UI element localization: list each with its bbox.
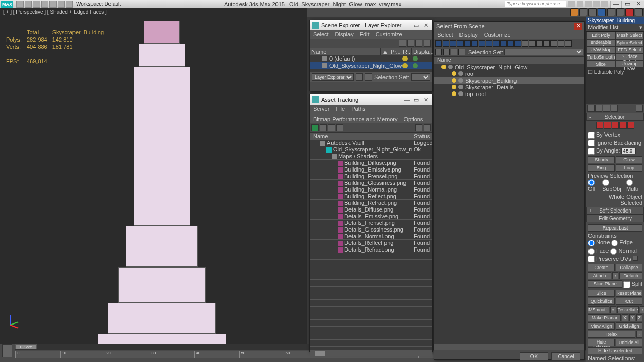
- scene-node[interactable]: Skyscraper_Details: [434, 84, 584, 90]
- menu-item[interactable]: Display: [459, 32, 478, 38]
- viewport-label[interactable]: [ + ] [ Perspective ] [ Shaded + Edged F…: [3, 9, 107, 15]
- filter-icon[interactable]: [550, 40, 557, 47]
- filter-icon[interactable]: [443, 40, 449, 47]
- constraint-normal-radio[interactable]: Normal: [610, 247, 636, 255]
- infocenter-icon[interactable]: [568, 1, 575, 7]
- toolbar-icon[interactable]: [607, 8, 615, 16]
- toolbar-icon[interactable]: [435, 49, 442, 55]
- collapse-button[interactable]: Collapse: [616, 264, 642, 271]
- minimize-button[interactable]: —: [402, 22, 412, 28]
- tessellate-button[interactable]: Tessellate: [617, 306, 639, 313]
- toolbar-icon[interactable]: [579, 8, 587, 16]
- filter-icon[interactable]: [529, 40, 536, 47]
- asset-row[interactable]: Details_Emissive.pngFound: [310, 213, 432, 220]
- reset-plane-button[interactable]: Reset Plane: [616, 290, 642, 297]
- polygon-level-icon[interactable]: [619, 122, 627, 129]
- asset-row[interactable]: Details_Normal.pngFound: [310, 233, 432, 240]
- constraint-face-radio[interactable]: Face: [588, 247, 609, 255]
- time-slider-thumb[interactable]: 0 / 225: [15, 344, 37, 349]
- menu-item[interactable]: Display: [335, 31, 354, 37]
- toolbar-icon[interactable]: [424, 40, 431, 47]
- asset-row[interactable]: Details_Reflect.pngFound: [310, 240, 432, 246]
- maximize-button[interactable]: ▭: [412, 97, 421, 103]
- remove-modifier-icon[interactable]: [611, 105, 618, 112]
- menu-item[interactable]: Select: [313, 31, 329, 37]
- filter-icon[interactable]: [500, 40, 507, 47]
- help-icon[interactable]: [601, 1, 608, 7]
- ok-button[interactable]: OK: [520, 352, 548, 360]
- layer-tree[interactable]: 0 (default)Old_Skyscraper_Night_Glow: [310, 55, 432, 72]
- filter-icon[interactable]: [450, 40, 456, 47]
- scene-tree[interactable]: Old_Skyscraper_Night_GlowroofSkyscraper_…: [434, 64, 584, 344]
- asset-row[interactable]: Building_Diffuse.pngFound: [310, 160, 432, 166]
- qat-open-icon[interactable]: [25, 1, 32, 8]
- vertex-level-icon[interactable]: [596, 122, 603, 129]
- menu-item[interactable]: Bitmap Performance and Memory: [313, 116, 397, 122]
- planar-y-button[interactable]: Y: [629, 314, 635, 321]
- scene-node[interactable]: Skyscraper_Building: [434, 77, 584, 84]
- asset-row[interactable]: Building_Reflect.pngFound: [310, 193, 432, 200]
- modifier-shortcut-button[interactable]: enderable Spl: [586, 39, 615, 46]
- viewport-perspective[interactable]: [ + ] [ Perspective ] [ Shaded + Edged F…: [0, 8, 307, 344]
- filter-icon[interactable]: [471, 40, 478, 47]
- toolbar-icon[interactable]: [415, 124, 422, 131]
- unhide-all-button[interactable]: Unhide All: [616, 339, 642, 346]
- slice-button[interactable]: Slice: [588, 290, 615, 297]
- toolbar-icon[interactable]: [356, 73, 363, 81]
- filter-icon[interactable]: [486, 40, 492, 47]
- by-vertex-checkbox[interactable]: By Vertex: [588, 131, 642, 139]
- planar-x-button[interactable]: X: [622, 314, 628, 321]
- modifier-shortcut-button[interactable]: Mesh Select: [615, 32, 644, 39]
- ring-button[interactable]: Ring: [588, 164, 615, 172]
- toolbar-icon[interactable]: [625, 8, 634, 16]
- close-button[interactable]: ✕: [633, 1, 644, 8]
- preserve-uvs-checkbox[interactable]: Preserve UVs: [588, 255, 642, 263]
- toolbar-icon[interactable]: [399, 40, 406, 47]
- minimize-button[interactable]: —: [402, 97, 412, 103]
- hide-unselected-button[interactable]: Hide Unselected: [588, 347, 642, 354]
- show-end-result-icon[interactable]: [595, 105, 602, 112]
- modifier-shortcut-button[interactable]: Surface Select: [615, 53, 644, 61]
- filter-icon[interactable]: [514, 40, 521, 47]
- asset-row[interactable]: Building_Normal.pngFound: [310, 186, 432, 193]
- exchange-icon[interactable]: [585, 1, 592, 7]
- hide-selected-button[interactable]: Hide Selected: [588, 339, 615, 346]
- maximize-button[interactable]: ▭: [412, 22, 421, 29]
- filter-icon[interactable]: [543, 40, 550, 47]
- qat-undo-icon[interactable]: [41, 1, 48, 8]
- panel-titlebar[interactable]: Scene Explorer - Layer Explorer — ▭ ✕: [310, 20, 432, 30]
- relax-button[interactable]: Relax: [588, 331, 635, 338]
- attach-settings-button[interactable]: ▫: [612, 272, 618, 279]
- grid-align-button[interactable]: Grid Align: [616, 322, 642, 330]
- cut-button[interactable]: Cut: [616, 298, 642, 305]
- close-button[interactable]: ✕: [574, 23, 582, 30]
- modifier-shortcut-button[interactable]: UVW Map: [586, 46, 615, 53]
- filter-icon[interactable]: [464, 40, 471, 47]
- asset-row[interactable]: Details_Frensel.pngFound: [310, 220, 432, 226]
- toolbar-icon[interactable]: [570, 8, 578, 16]
- selection-set-dropdown[interactable]: [504, 49, 583, 55]
- qat-project-icon[interactable]: [66, 1, 73, 8]
- ignore-backfacing-checkbox[interactable]: Ignore Backfacing: [588, 139, 642, 147]
- asset-row[interactable]: Building_Emissive.pngFound: [310, 166, 432, 173]
- toolbar-icon[interactable]: [328, 124, 335, 131]
- horizontal-scrollbar[interactable]: [310, 350, 432, 356]
- toolbar-icon[interactable]: [616, 8, 624, 16]
- asset-row[interactable]: Details_Diffuse.pngFound: [310, 206, 432, 213]
- modifier-shortcut-button[interactable]: TurboSmooth: [586, 53, 615, 61]
- favorite-icon[interactable]: [593, 1, 600, 7]
- detach-button[interactable]: Detach: [619, 272, 642, 279]
- set-key-button[interactable]: [2, 344, 12, 357]
- menu-item[interactable]: Select: [437, 32, 453, 38]
- maximize-button[interactable]: ▭: [621, 1, 633, 8]
- edge-level-icon[interactable]: [604, 122, 611, 129]
- panel-titlebar[interactable]: Asset Tracking — ▭ ✕: [310, 94, 432, 105]
- preview-multi-radio[interactable]: Multi: [626, 179, 642, 193]
- modifier-stack[interactable]: Editable Poly: [586, 68, 644, 104]
- filter-icon[interactable]: [493, 40, 500, 47]
- menu-item[interactable]: Paths: [351, 106, 365, 112]
- horizontal-scrollbar[interactable]: [434, 344, 584, 350]
- view-align-button[interactable]: View Align: [588, 322, 615, 330]
- grow-button[interactable]: Grow: [616, 156, 642, 163]
- panel-titlebar[interactable]: Select From Scene ✕: [434, 22, 584, 31]
